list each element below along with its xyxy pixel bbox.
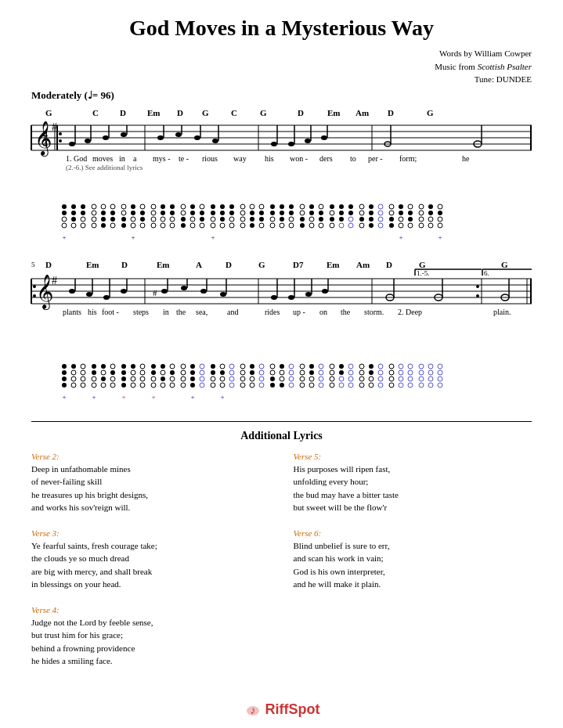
svg-point-94 (101, 217, 106, 222)
svg-point-468 (408, 377, 413, 381)
svg-point-174 (300, 204, 305, 209)
svg-point-367 (170, 364, 175, 369)
footer: ♪ RiffSpot (244, 700, 320, 719)
svg-point-225 (419, 217, 424, 222)
svg-point-291 (288, 295, 294, 300)
chord-diagram-C2 (238, 200, 266, 243)
svg-point-109 (140, 211, 145, 215)
svg-point-383 (200, 383, 204, 387)
svg-point-193 (339, 223, 344, 228)
svg-point-231 (438, 204, 442, 209)
svg-point-182 (319, 204, 323, 209)
music-system-1: G C D Em D G C G D Em Am D G (31, 105, 532, 194)
svg-point-150 (240, 204, 245, 209)
svg-point-360 (151, 370, 156, 375)
svg-point-170 (289, 204, 294, 209)
svg-point-471 (419, 370, 424, 375)
svg-text:Em: Em (86, 260, 99, 269)
svg-text:per -: per - (368, 154, 383, 163)
svg-point-218 (408, 204, 413, 209)
svg-point-422 (300, 364, 305, 369)
svg-point-167 (280, 211, 284, 215)
svg-text:+: + (211, 233, 215, 241)
verse-6-block: Verse 6: Blind unbelief is sure to err, … (294, 528, 532, 591)
svg-text:G: G (45, 108, 52, 117)
svg-point-47 (271, 142, 277, 146)
svg-point-102 (121, 217, 126, 222)
svg-point-425 (300, 383, 305, 387)
svg-text:in: in (119, 154, 125, 163)
svg-text:G: G (202, 108, 209, 117)
svg-point-458 (389, 364, 394, 369)
svg-point-177 (300, 223, 305, 228)
svg-point-180 (309, 217, 314, 222)
svg-point-386 (211, 370, 215, 375)
svg-point-381 (200, 370, 204, 375)
svg-point-75 (62, 204, 67, 209)
svg-point-440 (339, 377, 344, 381)
verse-3-block: Verse 3: Ye fearful saints, fresh courag… (31, 528, 270, 591)
svg-point-400 (240, 377, 245, 381)
svg-point-101 (121, 211, 126, 215)
svg-point-118 (161, 211, 165, 215)
svg-point-445 (348, 383, 353, 387)
svg-point-454 (378, 364, 383, 369)
svg-point-368 (170, 370, 175, 375)
svg-point-143 (220, 217, 225, 222)
verse-2-label: Verse 2: (31, 452, 270, 461)
svg-text:foot -: foot - (102, 308, 119, 316)
svg-point-379 (190, 383, 195, 387)
svg-point-196 (348, 217, 353, 222)
svg-point-377 (190, 370, 195, 375)
svg-point-352 (131, 377, 135, 381)
svg-point-356 (140, 377, 145, 381)
svg-point-435 (330, 370, 334, 375)
verse-5-block: Verse 5: His purposes will ripen fast, u… (294, 452, 532, 514)
svg-point-385 (211, 364, 215, 369)
svg-point-387 (211, 377, 215, 381)
svg-text:♪: ♪ (250, 705, 255, 716)
svg-point-121 (170, 204, 175, 209)
svg-text:A: A (196, 260, 202, 269)
chord-diagram-G4: + (417, 200, 445, 243)
svg-point-399 (240, 370, 245, 375)
svg-point-434 (330, 364, 334, 369)
svg-point-421 (289, 383, 294, 387)
svg-text:the: the (176, 308, 186, 316)
svg-point-325 (71, 370, 76, 375)
svg-point-132 (190, 223, 195, 228)
svg-point-414 (280, 364, 284, 369)
svg-point-92 (101, 204, 106, 209)
svg-point-281 (161, 289, 168, 294)
svg-point-224 (419, 211, 424, 215)
svg-point-219 (408, 211, 413, 215)
svg-point-289 (271, 295, 277, 300)
svg-point-93 (101, 211, 106, 215)
svg-point-330 (81, 377, 85, 381)
svg-point-441 (339, 383, 344, 387)
svg-text:D7: D7 (293, 260, 304, 269)
svg-text:1. God: 1. God (66, 154, 87, 163)
svg-point-203 (369, 211, 374, 215)
svg-text:𝄞: 𝄞 (36, 274, 53, 311)
svg-point-442 (348, 364, 353, 369)
svg-point-145 (229, 204, 234, 209)
svg-text:up -: up - (293, 308, 305, 316)
svg-point-83 (81, 204, 85, 209)
svg-point-438 (339, 364, 344, 369)
svg-text:D: D (121, 260, 128, 269)
svg-point-223 (419, 204, 424, 209)
svg-point-382 (200, 377, 204, 381)
chord-diagram-row2-G2 (387, 360, 415, 405)
svg-point-144 (220, 223, 225, 228)
svg-point-202 (369, 204, 374, 209)
svg-point-113 (151, 204, 156, 209)
svg-text:G: G (258, 260, 265, 269)
svg-point-462 (399, 364, 403, 369)
svg-point-111 (140, 223, 145, 228)
svg-point-221 (408, 223, 413, 228)
svg-point-114 (151, 211, 156, 215)
svg-point-469 (408, 383, 413, 387)
svg-point-164 (270, 217, 275, 222)
svg-point-117 (161, 204, 165, 209)
